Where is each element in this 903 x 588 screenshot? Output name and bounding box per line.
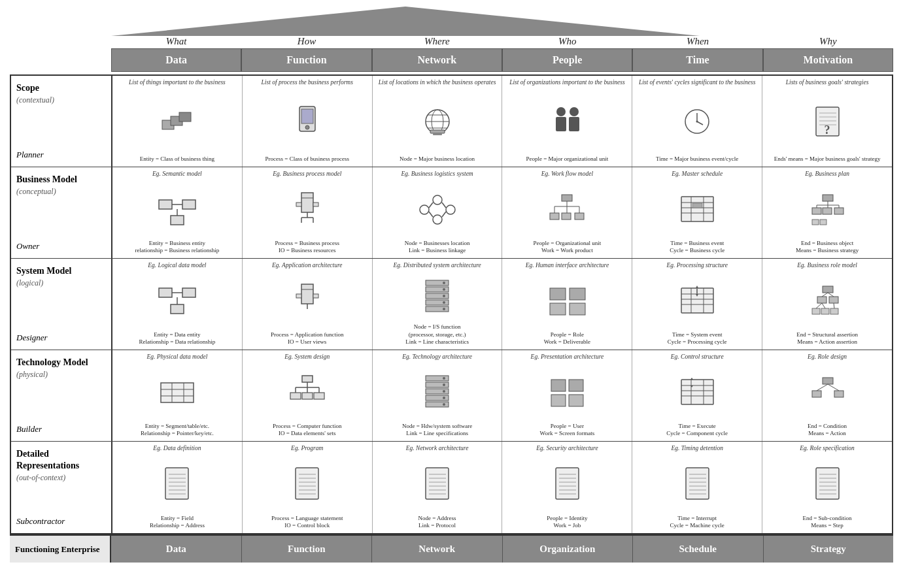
svg-rect-5 <box>301 109 313 123</box>
svg-point-91 <box>443 288 445 291</box>
cell-3-4: Eg. Control structure Time = Execute Cyc… <box>632 350 762 441</box>
svg-rect-119 <box>161 383 194 402</box>
svg-rect-50 <box>550 213 559 220</box>
cell-bottom-label-1-3: People = Organizational unit Work = Work… <box>534 240 602 255</box>
svg-rect-28 <box>159 200 172 209</box>
cell-icon-0-4 <box>681 89 713 154</box>
cell-1-0: Eg. Semantic model Entity = Business ent… <box>112 167 243 258</box>
svg-rect-130 <box>290 393 301 399</box>
cell-4-4: Eg. Timing detention Time = Interrupt Cy… <box>632 442 762 533</box>
cell-0-2: List of locations in which the business … <box>373 76 503 167</box>
svg-point-138 <box>443 377 445 380</box>
row-role-0: Planner <box>16 150 106 160</box>
cell-bottom-label-2-3: People = Role Work = Deliverable <box>544 331 590 346</box>
cell-top-label-4-5: Eg. Role specification <box>800 445 855 452</box>
footer-cell-0: Data <box>111 536 242 563</box>
svg-rect-58 <box>681 197 713 221</box>
svg-rect-49 <box>562 195 572 201</box>
footer-row: Functioning Enterprise DataFunctionNetwo… <box>10 534 893 563</box>
svg-rect-160 <box>165 468 188 499</box>
svg-rect-31 <box>171 216 184 225</box>
cell-top-label-4-2: Eg. Network architecture <box>406 445 469 452</box>
svg-line-111 <box>822 293 828 297</box>
cell-top-label-1-0: Eg. Semantic model <box>152 171 202 178</box>
svg-rect-181 <box>556 468 579 499</box>
svg-line-112 <box>828 293 834 297</box>
cell-bottom-label-3-2: Node = Hdw/system software Link = Line s… <box>402 423 472 438</box>
svg-point-43 <box>446 205 455 214</box>
svg-rect-13 <box>433 133 442 135</box>
cell-2-1: Eg. Application architecture Process = A… <box>243 259 373 350</box>
svg-rect-109 <box>817 297 826 303</box>
svg-rect-97 <box>550 303 566 315</box>
svg-rect-78 <box>171 304 184 314</box>
row-title-3: Technology Model <box>16 357 106 368</box>
row-paren-0: (contextual) <box>16 95 106 105</box>
main-grid: Scope (contextual) Planner List of thing… <box>10 74 893 534</box>
svg-rect-157 <box>834 391 843 397</box>
grid-row-2: System Model (logical) Designer Eg. Logi… <box>11 259 892 350</box>
sub-header-data: Data <box>111 48 241 72</box>
svg-point-141 <box>443 397 445 399</box>
svg-rect-115 <box>830 308 838 314</box>
svg-line-46 <box>442 203 446 208</box>
cell-bottom-label-1-4: Time = Business event Cycle = Business c… <box>670 240 724 255</box>
cell-icon-4-4 <box>683 455 712 513</box>
cell-top-label-4-1: Eg. Program <box>291 445 323 452</box>
cell-3-0: Eg. Physical data model Entity = Segment… <box>112 350 243 441</box>
col-header-what: What <box>111 36 241 48</box>
cell-2-2: Eg. Distributed system architecture Node… <box>373 259 503 350</box>
cell-icon-3-5 <box>809 363 845 421</box>
footer-cell-3: Organization <box>503 536 634 563</box>
cell-top-label-4-0: Eg. Data definition <box>153 445 201 452</box>
cell-icon-2-5 <box>809 272 845 329</box>
svg-rect-39 <box>296 203 301 206</box>
cell-top-label-3-5: Eg. Role design <box>808 353 847 361</box>
svg-rect-167 <box>296 468 318 499</box>
row-role-1: Owner <box>16 241 106 252</box>
row-paren-1: (conceptual) <box>16 187 106 197</box>
svg-rect-3 <box>179 112 191 122</box>
row-label-1: Business Model (conceptual) Owner <box>11 167 112 258</box>
col-header-how: How <box>241 36 371 48</box>
cell-2-4: Eg. Processing structure Time = System e… <box>632 259 762 350</box>
sub-header-network: Network <box>372 48 502 72</box>
roof-svg <box>111 7 700 36</box>
footer-cell-1: Function <box>242 536 373 563</box>
svg-line-159 <box>828 384 839 391</box>
svg-rect-65 <box>823 195 833 201</box>
cell-bottom-label-4-0: Entity = Field Relationship = Address <box>150 515 205 530</box>
svg-rect-83 <box>296 294 301 298</box>
svg-rect-114 <box>821 308 829 314</box>
svg-rect-69 <box>812 220 819 225</box>
cell-bottom-label-3-0: Entity = Segment/table/etc. Relationship… <box>141 423 214 438</box>
cell-bottom-label-2-2: Node = I/S function (processor, storage,… <box>405 323 469 346</box>
svg-rect-124 <box>302 376 313 382</box>
svg-rect-67 <box>823 208 832 214</box>
cell-icon-1-4 <box>679 180 715 238</box>
cell-top-label-1-5: Eg. Business plan <box>805 171 849 178</box>
cell-top-label-2-3: Eg. Human interface architecture <box>526 262 609 269</box>
svg-rect-174 <box>426 468 449 499</box>
svg-line-21 <box>697 122 703 125</box>
cell-top-label-3-2: Eg. Technology architecture <box>402 353 472 361</box>
cell-4-5: Eg. Role specification End = Sub-conditi… <box>762 442 892 533</box>
cell-2-0: Eg. Logical data model Entity = Data ent… <box>112 259 243 350</box>
cell-bottom-label-1-5: End = Business object Means = Business s… <box>796 240 859 255</box>
row-title-4: Detailed Representations <box>16 448 106 472</box>
cell-icon-3-3 <box>549 363 585 421</box>
cell-0-0: List of things important to the business… <box>112 76 243 167</box>
cell-bottom-label-3-3: People = User Work = Screen formats <box>540 423 595 438</box>
svg-rect-145 <box>551 395 566 406</box>
cell-icon-1-3 <box>547 180 587 238</box>
col-header-why: Why <box>763 36 893 48</box>
cell-bottom-label-1-1: Process = Business process IO = Business… <box>275 240 339 255</box>
svg-point-139 <box>443 384 445 386</box>
row-label-2: System Model (logical) Designer <box>11 259 112 350</box>
svg-point-94 <box>443 308 445 310</box>
cell-icon-0-1 <box>294 89 320 154</box>
cell-bottom-label-1-0: Entity = Business entity relationship = … <box>135 240 220 255</box>
cell-top-label-0-5: Lists of business goals' strategies <box>786 79 869 86</box>
cell-bottom-label-3-1: Process = Computer function IO = Data el… <box>273 423 341 438</box>
svg-rect-64 <box>692 203 702 208</box>
